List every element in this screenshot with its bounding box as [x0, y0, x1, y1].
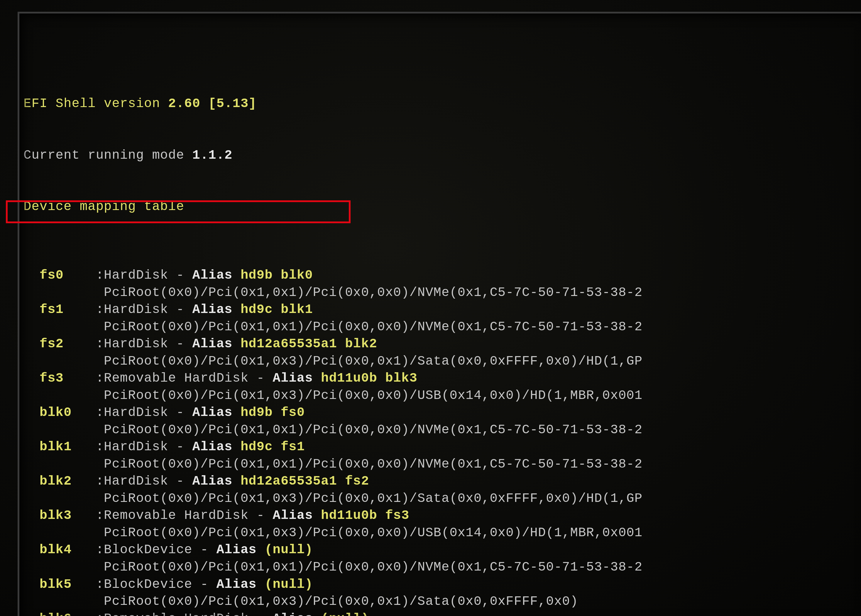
device-entry: blk0 :HardDisk - Alias hd9b fs0 — [24, 404, 861, 421]
alias-label: Alias — [192, 439, 240, 454]
colon: : — [88, 611, 104, 616]
colon: : — [88, 405, 104, 420]
alias-label: Alias — [192, 336, 240, 351]
alias-value: hd12a65535a1 fs2 — [240, 474, 369, 489]
alias-value: (null) — [321, 611, 369, 616]
alias-label: Alias — [192, 302, 240, 317]
device-path: PciRoot(0x0)/Pci(0x1,0x1)/Pci(0x0,0x0)/N… — [24, 558, 861, 576]
colon: : — [88, 474, 104, 489]
device-name: fs3 — [24, 371, 88, 385]
device-path: PciRoot(0x0)/Pci(0x1,0x1)/Pci(0x0,0x0)/N… — [24, 456, 861, 473]
device-entry: blk2 :HardDisk - Alias hd12a65535a1 fs2 — [24, 473, 861, 490]
alias-value: (null) — [265, 577, 313, 592]
alias-value: (null) — [265, 542, 313, 557]
mode-prefix: Current running mode — [24, 148, 192, 162]
device-name: blk1 — [24, 439, 88, 454]
device-path: PciRoot(0x0)/Pci(0x1,0x3)/Pci(0x0,0x1)/S… — [24, 490, 861, 507]
alias-value: hd9b blk0 — [240, 268, 313, 283]
alias-value: hd11u0b fs3 — [321, 508, 409, 523]
mapping-table-title: Device mapping table — [24, 198, 861, 215]
alias-value: hd12a65535a1 blk2 — [240, 336, 377, 351]
alias-label: Alias — [192, 268, 240, 283]
colon: : — [88, 508, 104, 523]
device-type: HardDisk — [104, 268, 168, 283]
device-name: blk4 — [24, 542, 88, 557]
device-type: HardDisk — [104, 405, 168, 420]
colon: : — [88, 302, 104, 317]
device-path: PciRoot(0x0)/Pci(0x1,0x3)/Pci(0x0,0x0)/U… — [24, 387, 861, 404]
device-entry: blk5 :BlockDevice - Alias (null) — [24, 576, 861, 593]
colon: : — [88, 439, 104, 454]
device-name: fs1 — [24, 302, 88, 317]
device-path: PciRoot(0x0)/Pci(0x1,0x3)/Pci(0x0,0x1)/S… — [24, 353, 861, 370]
device-type: HardDisk — [104, 439, 168, 454]
device-entry: blk3 :Removable HardDisk - Alias hd11u0b… — [24, 507, 861, 524]
alias-label: Alias — [192, 474, 240, 489]
device-name: blk5 — [24, 577, 88, 592]
device-entry: fs2 :HardDisk - Alias hd12a65535a1 blk2 — [24, 335, 861, 353]
device-entry: fs0 :HardDisk - Alias hd9b blk0 — [24, 267, 861, 284]
alias-label: Alias — [273, 508, 321, 523]
shell-prefix: EFI Shell version — [24, 96, 168, 111]
device-entry: blk1 :HardDisk - Alias hd9c fs1 — [24, 438, 861, 456]
shell-build: [5.13] — [200, 96, 257, 111]
colon: : — [88, 577, 104, 592]
alias-value: hd9c blk1 — [240, 302, 313, 317]
alias-label: Alias — [217, 577, 265, 592]
alias-label: Alias — [192, 405, 240, 420]
device-type: BlockDevice — [104, 577, 192, 592]
alias-label: Alias — [217, 542, 265, 557]
alias-value: hd9b fs0 — [240, 405, 305, 420]
colon: : — [88, 371, 104, 385]
device-path: PciRoot(0x0)/Pci(0x1,0x1)/Pci(0x0,0x0)/N… — [24, 318, 861, 336]
alias-label: Alias — [273, 371, 321, 385]
device-path: PciRoot(0x0)/Pci(0x1,0x3)/Pci(0x0,0x0)/U… — [24, 524, 861, 542]
shell-version-line: EFI Shell version 2.60 [5.13] — [24, 95, 861, 112]
device-entry: fs1 :HardDisk - Alias hd9c blk1 — [24, 301, 861, 318]
device-name: fs2 — [24, 336, 88, 351]
device-name: blk2 — [24, 474, 88, 489]
device-type: HardDisk — [104, 474, 168, 489]
device-path: PciRoot(0x0)/Pci(0x1,0x1)/Pci(0x0,0x0)/N… — [24, 421, 861, 438]
device-type: HardDisk — [104, 302, 168, 317]
device-type: HardDisk — [104, 336, 168, 351]
device-entry: blk4 :BlockDevice - Alias (null) — [24, 541, 861, 558]
running-mode-line: Current running mode 1.1.2 — [24, 147, 861, 164]
colon: : — [88, 336, 104, 351]
device-path: PciRoot(0x0)/Pci(0x1,0x3)/Pci(0x0,0x1)/S… — [24, 593, 861, 610]
shell-version: 2.60 — [168, 96, 200, 111]
colon: : — [88, 268, 104, 283]
device-type: Removable HardDisk — [104, 371, 248, 385]
mode-version: 1.1.2 — [192, 148, 233, 162]
device-name: blk0 — [24, 405, 88, 420]
alias-label: Alias — [273, 611, 321, 616]
device-path: PciRoot(0x0)/Pci(0x1,0x1)/Pci(0x0,0x0)/N… — [24, 284, 861, 301]
device-name: fs0 — [24, 268, 88, 283]
colon: : — [88, 542, 104, 557]
efi-shell-screen: EFI Shell version 2.60 [5.13] Current ru… — [0, 0, 861, 616]
alias-value: hd9c fs1 — [240, 439, 305, 454]
alias-value: hd11u0b blk3 — [321, 371, 418, 385]
device-entry: blk6 :Removable HardDisk - Alias (null) — [24, 610, 861, 616]
device-type: BlockDevice — [104, 542, 192, 557]
device-entry: fs3 :Removable HardDisk - Alias hd11u0b … — [24, 369, 861, 387]
device-name: blk3 — [24, 508, 88, 523]
device-mapping-table: fs0 :HardDisk - Alias hd9b blk0 PciRoot(… — [24, 267, 861, 616]
device-type: Removable HardDisk — [104, 508, 248, 523]
device-name: blk6 — [24, 611, 88, 616]
device-type: Removable HardDisk — [104, 611, 248, 616]
